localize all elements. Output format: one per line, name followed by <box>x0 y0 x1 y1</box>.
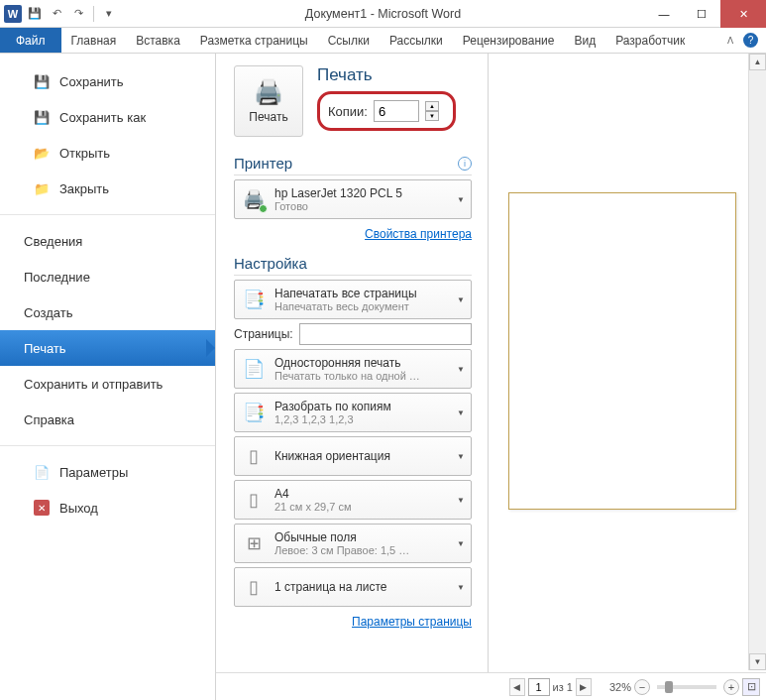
zoom-in-button[interactable]: + <box>723 679 739 695</box>
sidebar-save[interactable]: 💾Сохранить <box>0 63 215 99</box>
sidebar-print[interactable]: Печать <box>0 330 215 366</box>
sidebar-info-label: Сведения <box>24 234 82 249</box>
print-range-sub: Напечатать весь документ <box>274 300 449 312</box>
qat-save-icon[interactable]: 💾 <box>26 5 44 23</box>
minimize-button[interactable]: — <box>645 0 683 28</box>
word-icon: W <box>4 5 22 23</box>
pages-per-sheet-dropdown[interactable]: ▯ 1 страница на листе ▼ <box>234 567 472 607</box>
chevron-down-icon: ▼ <box>457 295 465 304</box>
qat-undo-icon[interactable]: ↶ <box>48 5 65 23</box>
tab-developer[interactable]: Разработчик <box>605 28 695 53</box>
collate-sub: 1,2,3 1,2,3 1,2,3 <box>274 413 449 425</box>
sidebar-share[interactable]: Сохранить и отправить <box>0 366 215 402</box>
print-heading: Печать <box>317 65 472 85</box>
sidebar-print-label: Печать <box>24 341 66 356</box>
orientation-dropdown[interactable]: ▯ Книжная ориентация ▼ <box>234 436 472 476</box>
tab-review[interactable]: Рецензирование <box>453 28 565 53</box>
paper-size-dropdown[interactable]: ▯ A421 см x 29,7 см ▼ <box>234 480 472 520</box>
tab-mailings[interactable]: Рассылки <box>380 28 453 53</box>
qat-redo-icon[interactable]: ↷ <box>69 5 87 23</box>
print-button[interactable]: 🖨️ Печать <box>234 65 303 137</box>
sidebar-recent-label: Последние <box>24 270 90 285</box>
pages-icon: 📑 <box>241 287 267 312</box>
sidebar-saveas[interactable]: 💾Сохранить как <box>0 99 215 135</box>
chevron-down-icon: ▼ <box>457 195 465 204</box>
vertical-scrollbar[interactable]: ▲ ▼ <box>748 54 766 670</box>
page-preview <box>508 192 736 510</box>
separator <box>93 6 94 22</box>
sidebar-exit-label: Выход <box>59 501 98 516</box>
sidebar-save-label: Сохранить <box>59 74 124 89</box>
sidebar-info[interactable]: Сведения <box>0 223 215 259</box>
zoom-percent: 32% <box>609 681 631 693</box>
margins-main: Обычные поля <box>274 530 449 544</box>
paper-sub: 21 см x 29,7 см <box>274 501 449 513</box>
sidebar-open-label: Открыть <box>59 146 110 161</box>
pages-per-sheet-icon: ▯ <box>241 574 267 600</box>
sidebar-close[interactable]: 📁Закрыть <box>0 171 215 206</box>
page-setup-link[interactable]: Параметры страницы <box>234 615 472 629</box>
next-page-button[interactable]: ▶ <box>576 678 592 696</box>
sidebar-new[interactable]: Создать <box>0 294 215 330</box>
info-icon[interactable]: i <box>458 157 472 171</box>
window-title: Документ1 - Microsoft Word <box>305 7 461 21</box>
close-button[interactable]: ✕ <box>720 0 766 28</box>
sidebar-help[interactable]: Справка <box>0 402 215 437</box>
sidebar-close-label: Закрыть <box>59 181 109 196</box>
tab-file[interactable]: Файл <box>0 28 61 53</box>
ribbon-minimize-icon[interactable]: ᐱ <box>723 36 737 46</box>
copies-label: Копии: <box>328 104 368 119</box>
printer-heading: Принтер <box>234 155 292 172</box>
sided-dropdown[interactable]: 📄 Односторонняя печатьПечатать только на… <box>234 349 472 389</box>
tab-insert[interactable]: Вставка <box>126 28 190 53</box>
sidebar-options[interactable]: 📄Параметры <box>0 454 215 490</box>
margins-sub: Левое: 3 см Правое: 1,5 … <box>274 544 449 556</box>
margins-dropdown[interactable]: ⊞ Обычные поляЛевое: 3 см Правое: 1,5 … … <box>234 524 472 563</box>
printer-status: Готово <box>274 200 449 212</box>
copies-spin-up[interactable]: ▲ <box>425 101 439 111</box>
settings-heading: Настройка <box>234 255 307 272</box>
prev-page-button[interactable]: ◀ <box>509 678 525 696</box>
page-single-icon: 📄 <box>241 356 267 382</box>
save-icon: 💾 <box>34 73 50 89</box>
print-settings-pane: 🖨️ Печать Печать Копии: ▲ ▼ Принтерi 🖨️ … <box>216 54 489 700</box>
printer-device-icon: 🖨️ <box>241 186 267 212</box>
page-number-input[interactable] <box>528 678 550 696</box>
tab-references[interactable]: Ссылки <box>318 28 380 53</box>
sidebar-share-label: Сохранить и отправить <box>24 377 163 392</box>
chevron-down-icon: ▼ <box>457 408 465 417</box>
scroll-down-button[interactable]: ▼ <box>749 653 766 670</box>
copies-spin-down[interactable]: ▼ <box>425 111 439 121</box>
scroll-up-button[interactable]: ▲ <box>749 54 766 70</box>
sidebar-exit[interactable]: ✕Выход <box>0 490 215 525</box>
sided-main: Односторонняя печать <box>274 356 449 370</box>
chevron-down-icon: ▼ <box>457 365 465 374</box>
qat-customize-icon[interactable]: ▾ <box>100 5 118 23</box>
sided-sub: Печатать только на одной … <box>274 370 449 382</box>
copies-input[interactable] <box>374 100 419 122</box>
tab-page-layout[interactable]: Разметка страницы <box>190 28 318 53</box>
print-range-dropdown[interactable]: 📑 Напечатать все страницыНапечатать весь… <box>234 280 472 319</box>
zoom-to-page-button[interactable]: ⊡ <box>742 678 760 696</box>
collate-dropdown[interactable]: 📑 Разобрать по копиям1,2,3 1,2,3 1,2,3 ▼ <box>234 393 472 432</box>
sidebar-open[interactable]: 📂Открыть <box>0 135 215 171</box>
printer-properties-link[interactable]: Свойства принтера <box>234 227 472 241</box>
sidebar-recent[interactable]: Последние <box>0 259 215 294</box>
backstage-sidebar: 💾Сохранить 💾Сохранить как 📂Открыть 📁Закр… <box>0 54 216 700</box>
page-of-label: из 1 <box>553 681 573 693</box>
printer-icon: 🖨️ <box>254 78 283 106</box>
copies-highlight: Копии: ▲ ▼ <box>317 91 456 131</box>
printer-dropdown[interactable]: 🖨️ hp LaserJet 1320 PCL 5Готово ▼ <box>234 179 472 219</box>
folder-icon: 📁 <box>34 180 50 196</box>
maximize-button[interactable]: ☐ <box>683 0 720 28</box>
help-icon[interactable]: ? <box>743 33 758 48</box>
title-bar: W 💾 ↶ ↷ ▾ Документ1 - Microsoft Word — ☐… <box>0 0 766 28</box>
tab-view[interactable]: Вид <box>564 28 605 53</box>
margins-icon: ⊞ <box>241 530 267 556</box>
zoom-out-button[interactable]: − <box>634 679 650 695</box>
pages-input[interactable] <box>299 323 472 345</box>
zoom-slider[interactable] <box>657 685 716 689</box>
tab-home[interactable]: Главная <box>61 28 127 53</box>
portrait-icon: ▯ <box>241 443 267 469</box>
zoom-thumb[interactable] <box>665 681 673 693</box>
